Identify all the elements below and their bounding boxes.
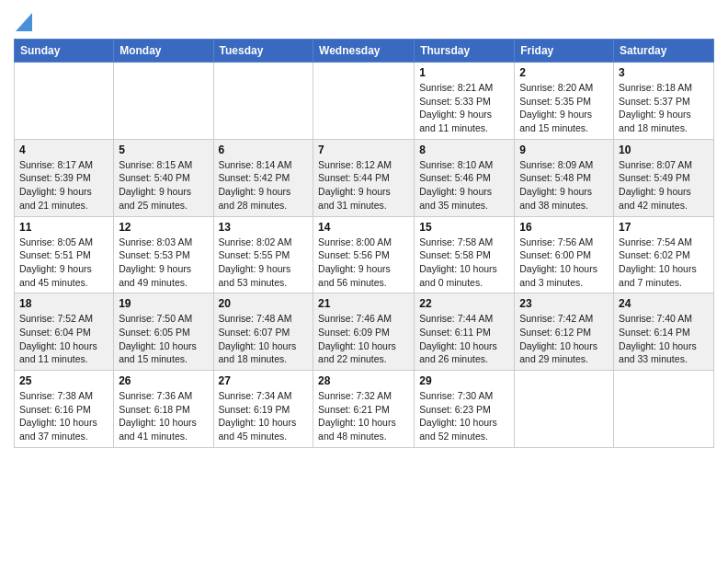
calendar-week-row: 1Sunrise: 8:21 AM Sunset: 5:33 PM Daylig… bbox=[15, 63, 714, 140]
day-number: 20 bbox=[219, 297, 309, 310]
calendar-cell: 11Sunrise: 8:05 AM Sunset: 5:51 PM Dayli… bbox=[15, 216, 114, 293]
day-info: Sunrise: 7:32 AM Sunset: 6:21 PM Dayligh… bbox=[318, 389, 409, 443]
day-number: 11 bbox=[19, 221, 108, 234]
calendar-cell: 26Sunrise: 7:36 AM Sunset: 6:18 PM Dayli… bbox=[114, 371, 213, 448]
calendar-cell: 17Sunrise: 7:54 AM Sunset: 6:02 PM Dayli… bbox=[614, 216, 714, 293]
day-info: Sunrise: 7:46 AM Sunset: 6:09 PM Dayligh… bbox=[318, 312, 409, 366]
day-number: 13 bbox=[219, 221, 309, 234]
day-header-thursday: Thursday bbox=[415, 40, 515, 63]
day-number: 3 bbox=[619, 66, 709, 79]
calendar-cell: 27Sunrise: 7:34 AM Sunset: 6:19 PM Dayli… bbox=[213, 371, 313, 448]
day-info: Sunrise: 7:40 AM Sunset: 6:14 PM Dayligh… bbox=[619, 312, 709, 366]
day-number: 24 bbox=[619, 297, 709, 310]
calendar-cell bbox=[515, 371, 614, 448]
calendar-week-row: 4Sunrise: 8:17 AM Sunset: 5:39 PM Daylig… bbox=[15, 139, 714, 216]
day-header-sunday: Sunday bbox=[15, 40, 114, 63]
day-info: Sunrise: 8:05 AM Sunset: 5:51 PM Dayligh… bbox=[19, 236, 108, 290]
calendar-cell: 4Sunrise: 8:17 AM Sunset: 5:39 PM Daylig… bbox=[15, 139, 114, 216]
logo-icon bbox=[16, 13, 32, 31]
calendar-table: SundayMondayTuesdayWednesdayThursdayFrid… bbox=[14, 39, 714, 448]
calendar-cell: 24Sunrise: 7:40 AM Sunset: 6:14 PM Dayli… bbox=[614, 293, 714, 371]
day-number: 28 bbox=[318, 374, 409, 387]
day-number: 14 bbox=[318, 221, 409, 234]
day-info: Sunrise: 7:36 AM Sunset: 6:18 PM Dayligh… bbox=[119, 389, 208, 443]
day-info: Sunrise: 7:50 AM Sunset: 6:05 PM Dayligh… bbox=[119, 312, 208, 366]
day-header-friday: Friday bbox=[515, 40, 614, 63]
day-info: Sunrise: 7:30 AM Sunset: 6:23 PM Dayligh… bbox=[419, 389, 509, 443]
day-number: 5 bbox=[119, 144, 208, 156]
day-info: Sunrise: 8:12 AM Sunset: 5:44 PM Dayligh… bbox=[318, 158, 409, 213]
day-info: Sunrise: 8:02 AM Sunset: 5:55 PM Dayligh… bbox=[219, 236, 309, 290]
day-number: 16 bbox=[519, 221, 609, 234]
calendar-cell: 12Sunrise: 8:03 AM Sunset: 5:53 PM Dayli… bbox=[114, 216, 213, 293]
day-number: 12 bbox=[119, 221, 208, 234]
day-info: Sunrise: 7:38 AM Sunset: 6:16 PM Dayligh… bbox=[19, 389, 108, 443]
calendar-cell bbox=[614, 371, 714, 448]
calendar-cell: 6Sunrise: 8:14 AM Sunset: 5:42 PM Daylig… bbox=[213, 139, 313, 216]
logo bbox=[14, 15, 32, 31]
day-info: Sunrise: 8:21 AM Sunset: 5:33 PM Dayligh… bbox=[419, 81, 509, 135]
day-info: Sunrise: 8:10 AM Sunset: 5:46 PM Dayligh… bbox=[419, 158, 509, 213]
day-info: Sunrise: 7:58 AM Sunset: 5:58 PM Dayligh… bbox=[419, 236, 509, 290]
calendar-cell: 3Sunrise: 8:18 AM Sunset: 5:37 PM Daylig… bbox=[614, 63, 714, 140]
calendar-cell: 7Sunrise: 8:12 AM Sunset: 5:44 PM Daylig… bbox=[313, 139, 415, 216]
calendar-cell: 25Sunrise: 7:38 AM Sunset: 6:16 PM Dayli… bbox=[15, 371, 114, 448]
day-info: Sunrise: 7:34 AM Sunset: 6:19 PM Dayligh… bbox=[219, 389, 309, 443]
calendar-cell: 2Sunrise: 8:20 AM Sunset: 5:35 PM Daylig… bbox=[515, 63, 614, 140]
day-info: Sunrise: 7:54 AM Sunset: 6:02 PM Dayligh… bbox=[619, 236, 709, 290]
day-info: Sunrise: 8:00 AM Sunset: 5:56 PM Dayligh… bbox=[318, 236, 409, 290]
day-info: Sunrise: 8:20 AM Sunset: 5:35 PM Dayligh… bbox=[519, 81, 609, 135]
day-header-wednesday: Wednesday bbox=[313, 40, 415, 63]
calendar-cell: 23Sunrise: 7:42 AM Sunset: 6:12 PM Dayli… bbox=[515, 293, 614, 371]
calendar-week-row: 18Sunrise: 7:52 AM Sunset: 6:04 PM Dayli… bbox=[15, 293, 714, 371]
svg-marker-0 bbox=[16, 13, 32, 31]
day-number: 21 bbox=[318, 297, 409, 310]
calendar-header-row: SundayMondayTuesdayWednesdayThursdayFrid… bbox=[15, 40, 714, 63]
calendar-cell: 15Sunrise: 7:58 AM Sunset: 5:58 PM Dayli… bbox=[415, 216, 515, 293]
page-header bbox=[14, 9, 714, 31]
day-info: Sunrise: 8:09 AM Sunset: 5:48 PM Dayligh… bbox=[519, 158, 609, 213]
day-number: 22 bbox=[419, 297, 509, 310]
day-info: Sunrise: 8:15 AM Sunset: 5:40 PM Dayligh… bbox=[119, 158, 208, 213]
calendar-cell: 28Sunrise: 7:32 AM Sunset: 6:21 PM Dayli… bbox=[313, 371, 415, 448]
calendar-cell: 10Sunrise: 8:07 AM Sunset: 5:49 PM Dayli… bbox=[614, 139, 714, 216]
day-number: 4 bbox=[19, 144, 108, 156]
calendar-cell: 21Sunrise: 7:46 AM Sunset: 6:09 PM Dayli… bbox=[313, 293, 415, 371]
day-number: 17 bbox=[619, 221, 709, 234]
day-number: 25 bbox=[19, 374, 108, 387]
calendar-cell: 29Sunrise: 7:30 AM Sunset: 6:23 PM Dayli… bbox=[415, 371, 515, 448]
calendar-cell: 16Sunrise: 7:56 AM Sunset: 6:00 PM Dayli… bbox=[515, 216, 614, 293]
day-number: 29 bbox=[419, 374, 509, 387]
calendar-cell: 13Sunrise: 8:02 AM Sunset: 5:55 PM Dayli… bbox=[213, 216, 313, 293]
day-number: 7 bbox=[318, 144, 409, 156]
day-header-saturday: Saturday bbox=[614, 40, 714, 63]
calendar-cell bbox=[313, 63, 415, 140]
day-number: 1 bbox=[419, 66, 509, 79]
day-number: 19 bbox=[119, 297, 208, 310]
calendar-cell: 1Sunrise: 8:21 AM Sunset: 5:33 PM Daylig… bbox=[415, 63, 515, 140]
day-info: Sunrise: 8:07 AM Sunset: 5:49 PM Dayligh… bbox=[619, 158, 709, 213]
calendar-cell: 5Sunrise: 8:15 AM Sunset: 5:40 PM Daylig… bbox=[114, 139, 213, 216]
day-number: 18 bbox=[19, 297, 108, 310]
day-info: Sunrise: 8:03 AM Sunset: 5:53 PM Dayligh… bbox=[119, 236, 208, 290]
calendar-cell: 8Sunrise: 8:10 AM Sunset: 5:46 PM Daylig… bbox=[415, 139, 515, 216]
day-info: Sunrise: 7:42 AM Sunset: 6:12 PM Dayligh… bbox=[519, 312, 609, 366]
day-info: Sunrise: 8:17 AM Sunset: 5:39 PM Dayligh… bbox=[19, 158, 108, 213]
calendar-cell: 18Sunrise: 7:52 AM Sunset: 6:04 PM Dayli… bbox=[15, 293, 114, 371]
calendar-cell: 20Sunrise: 7:48 AM Sunset: 6:07 PM Dayli… bbox=[213, 293, 313, 371]
day-number: 27 bbox=[219, 374, 309, 387]
calendar-cell: 9Sunrise: 8:09 AM Sunset: 5:48 PM Daylig… bbox=[515, 139, 614, 216]
calendar-cell bbox=[114, 63, 213, 140]
calendar-cell: 22Sunrise: 7:44 AM Sunset: 6:11 PM Dayli… bbox=[415, 293, 515, 371]
day-info: Sunrise: 8:18 AM Sunset: 5:37 PM Dayligh… bbox=[619, 81, 709, 135]
day-number: 6 bbox=[219, 144, 309, 156]
day-number: 10 bbox=[619, 144, 709, 156]
calendar-week-row: 11Sunrise: 8:05 AM Sunset: 5:51 PM Dayli… bbox=[15, 216, 714, 293]
day-info: Sunrise: 7:44 AM Sunset: 6:11 PM Dayligh… bbox=[419, 312, 509, 366]
day-number: 8 bbox=[419, 144, 509, 156]
calendar-cell bbox=[15, 63, 114, 140]
day-number: 26 bbox=[119, 374, 208, 387]
day-number: 2 bbox=[519, 66, 609, 79]
day-info: Sunrise: 7:52 AM Sunset: 6:04 PM Dayligh… bbox=[19, 312, 108, 366]
day-number: 15 bbox=[419, 221, 509, 234]
